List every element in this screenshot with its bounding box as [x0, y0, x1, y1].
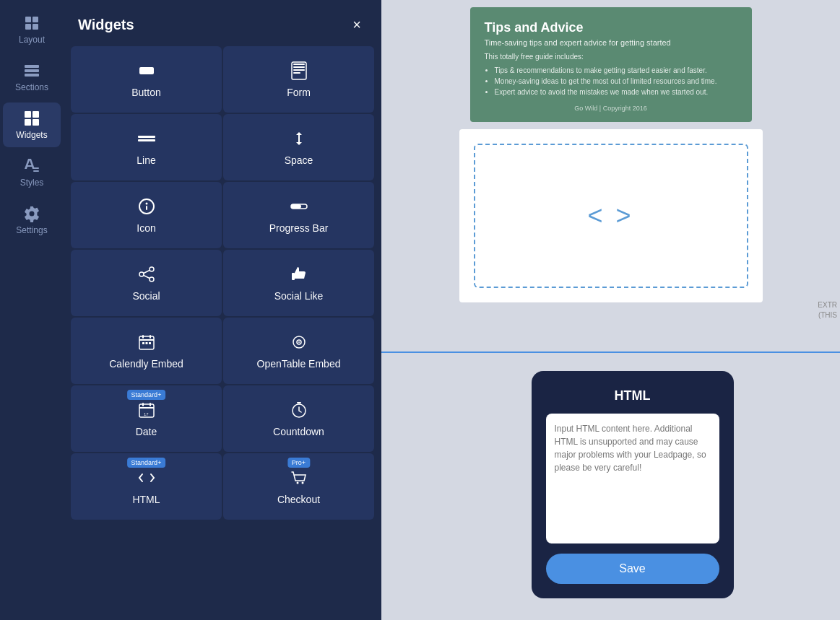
- svg-rect-12: [33, 170, 39, 172]
- widget-progress-bar[interactable]: Progress Bar: [223, 182, 374, 248]
- html-icon: [137, 468, 157, 488]
- svg-rect-19: [138, 136, 155, 138]
- svg-rect-14: [293, 64, 305, 65]
- widget-checkout-label: Checkout: [277, 494, 320, 505]
- widget-form[interactable]: Form: [223, 46, 374, 113]
- sections-icon: [23, 62, 40, 79]
- svg-rect-46: [150, 403, 151, 406]
- sidebar-item-styles[interactable]: Styles: [3, 150, 61, 195]
- tips-subtitle: Time-saving tips and expert advice for g…: [485, 38, 737, 47]
- sidebar-item-layout-label: Layout: [19, 35, 45, 45]
- svg-rect-21: [298, 135, 300, 142]
- social-icon: [137, 264, 157, 284]
- tips-bullet-2: Money-saving ideas to get the most out o…: [495, 76, 737, 87]
- svg-rect-20: [138, 139, 155, 141]
- widget-space-label: Space: [285, 154, 313, 166]
- svg-rect-17: [293, 72, 300, 74]
- widget-progress-bar-label: Progress Bar: [269, 222, 329, 234]
- widget-social[interactable]: Social: [71, 250, 222, 316]
- svg-rect-32: [292, 273, 295, 280]
- widget-social-label: Social: [132, 290, 160, 302]
- sidebar-item-widgets[interactable]: Widgets: [3, 102, 61, 147]
- svg-rect-49: [297, 402, 301, 403]
- widget-button-label: Button: [131, 87, 160, 98]
- svg-rect-24: [146, 206, 147, 210]
- svg-point-50: [296, 482, 298, 484]
- svg-rect-1: [33, 17, 38, 22]
- svg-rect-2: [25, 24, 31, 30]
- date-icon: 17: [137, 400, 157, 420]
- svg-rect-15: [293, 66, 305, 68]
- svg-rect-5: [25, 69, 39, 72]
- svg-rect-36: [150, 335, 151, 339]
- widgets-close-button[interactable]: ×: [347, 14, 367, 35]
- html-modal-textarea[interactable]: [546, 414, 719, 543]
- widget-countdown-label: Countdown: [273, 426, 324, 437]
- widget-calendly-embed[interactable]: Calendly Embed: [71, 318, 222, 384]
- widget-line-label: Line: [137, 154, 155, 166]
- button-icon: [137, 61, 157, 81]
- widget-space[interactable]: Space: [223, 114, 374, 180]
- sidebar-item-sections[interactable]: Sections: [3, 55, 61, 100]
- tips-card: Tips and Advice Time-saving tips and exp…: [470, 7, 752, 122]
- widget-opentable-embed[interactable]: OpenTable Embed: [223, 318, 374, 384]
- svg-rect-13: [139, 67, 154, 74]
- html-modal-title: HTML: [546, 388, 719, 403]
- svg-rect-35: [142, 335, 144, 339]
- line-icon: [137, 128, 157, 149]
- svg-rect-6: [25, 74, 39, 77]
- svg-line-31: [144, 276, 150, 279]
- html-modal-save-button[interactable]: Save: [546, 554, 719, 584]
- tips-bullet-3: Expert advice to avoid the mistakes we m…: [495, 87, 737, 97]
- sidebar-item-layout[interactable]: Layout: [3, 7, 61, 52]
- space-icon: [289, 128, 309, 149]
- blue-divider: [381, 352, 840, 353]
- tips-guide-text: This totally free guide includes:: [485, 53, 737, 61]
- widget-line[interactable]: Line: [71, 114, 222, 180]
- svg-rect-45: [142, 403, 144, 406]
- svg-rect-26: [291, 204, 301, 209]
- widget-countdown[interactable]: Countdown: [223, 385, 374, 452]
- svg-text:17: 17: [144, 412, 149, 416]
- tips-title: Tips and Advice: [485, 20, 737, 35]
- sidebar-nav: Layout Sections Widgets Styles Settings: [0, 0, 64, 620]
- tips-bullet-1: Tips & recommendations to make getting s…: [495, 65, 737, 76]
- svg-rect-8: [33, 111, 39, 118]
- widget-html-label: HTML: [132, 494, 160, 505]
- widgets-panel: Widgets × Button Form: [64, 0, 381, 620]
- svg-rect-34: [139, 339, 154, 341]
- widget-social-like[interactable]: Social Like: [223, 250, 374, 316]
- svg-point-27: [150, 267, 154, 271]
- svg-line-30: [144, 271, 150, 274]
- progress-bar-icon: [289, 196, 309, 217]
- widget-date[interactable]: Standard+ 17 Date: [71, 385, 222, 452]
- html-placeholder-icon: < >: [587, 201, 633, 231]
- html-modal: HTML Save: [532, 371, 734, 598]
- countdown-icon: [289, 400, 309, 420]
- svg-rect-44: [139, 407, 154, 409]
- svg-rect-3: [33, 24, 38, 30]
- sidebar-item-settings[interactable]: Settings: [3, 198, 61, 243]
- svg-rect-37: [142, 342, 144, 344]
- svg-rect-38: [145, 342, 147, 344]
- layout-icon: [23, 14, 40, 32]
- svg-point-28: [139, 272, 144, 276]
- widget-opentable-label: OpenTable Embed: [257, 358, 341, 370]
- widget-button[interactable]: Button: [71, 46, 222, 113]
- widget-date-label: Date: [136, 426, 157, 437]
- right-edge-label: EXTR(THIS: [818, 300, 840, 320]
- widget-date-badge: Standard+: [127, 390, 166, 400]
- widget-checkout[interactable]: Pro+ Checkout: [223, 453, 374, 520]
- form-icon: [289, 61, 309, 81]
- widget-checkout-badge: Pro+: [287, 458, 310, 468]
- widget-icon[interactable]: Icon: [71, 182, 222, 248]
- widgets-icon: [23, 110, 40, 127]
- checkout-icon: [289, 468, 309, 488]
- widget-html[interactable]: Standard+ HTML: [71, 453, 222, 520]
- tips-bullets: Tips & recommendations to make getting s…: [485, 65, 737, 97]
- widget-form-label: Form: [287, 87, 311, 98]
- svg-rect-7: [25, 111, 31, 118]
- svg-rect-9: [25, 119, 31, 126]
- svg-point-23: [145, 203, 147, 205]
- widget-html-badge: Standard+: [127, 458, 166, 468]
